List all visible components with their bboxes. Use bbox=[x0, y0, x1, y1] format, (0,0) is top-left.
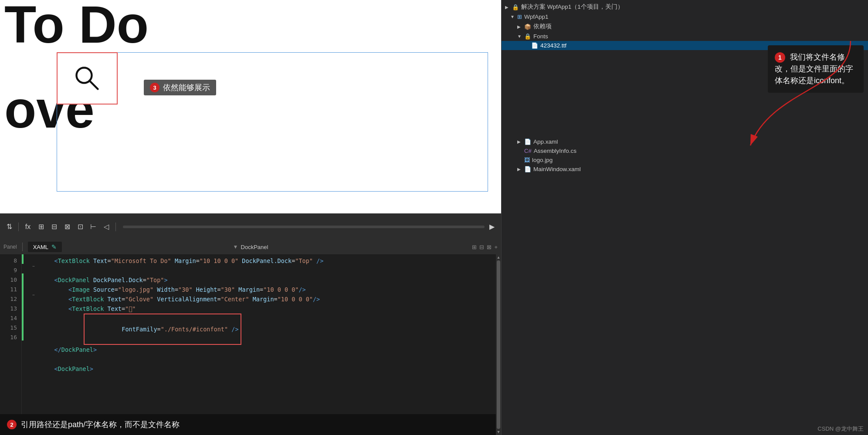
collapse-icon-1[interactable]: − bbox=[32, 264, 35, 269]
tree-item-solution[interactable]: ▶ 🔒 解决方案 WpfApp1（1个项目，关门） bbox=[502, 2, 868, 12]
toolbar-icon-5[interactable]: ⊢ bbox=[88, 221, 99, 233]
tree-item-deps[interactable]: ▶ 📦 依赖项 bbox=[502, 21, 868, 32]
scroll-thumb[interactable] bbox=[497, 260, 500, 429]
wpfapp1-label: WpfApp1 bbox=[524, 13, 549, 20]
ttf-label: 423432.ttf bbox=[540, 42, 566, 49]
toolbar-icon-function[interactable]: fx bbox=[22, 221, 34, 233]
icon-solution: 🔒 bbox=[512, 4, 519, 10]
svg-line-1 bbox=[89, 81, 98, 89]
panel-label: Panel bbox=[3, 244, 17, 250]
solution-tree: ▶ 🔒 解决方案 WpfApp1（1个项目，关门） ▼ ⊞ WpfApp1 ▶ … bbox=[502, 0, 868, 175]
dropdown-icon: ▼ bbox=[233, 244, 238, 250]
toolbar-separator-2 bbox=[115, 223, 116, 231]
bottom-toolbar: ⇅ fx ⊞ ⊟ ⊠ ⊡ ⊢ ◁ ▶ bbox=[0, 213, 501, 239]
add-icon[interactable]: + bbox=[494, 244, 498, 250]
line-num-10: 10 bbox=[0, 275, 17, 285]
tree-item-appxaml[interactable]: ▶ 📄 App.xaml bbox=[502, 137, 868, 146]
arrow-deps: ▶ bbox=[517, 24, 522, 29]
scroll-down-btn[interactable]: ▼ bbox=[496, 429, 501, 435]
gutter-green-2 bbox=[22, 273, 24, 321]
arrow-appxaml: ▶ bbox=[517, 139, 522, 144]
fonts-label: Fonts bbox=[533, 33, 548, 40]
annotation-area: 📄 423432.ttf 1 我们将文件名修改，但是文件里面的字体名称还是ic bbox=[502, 41, 868, 50]
tree-item-assemblyinfo[interactable]: C# AssemblyInfo.cs bbox=[502, 146, 868, 155]
gutter-green-1 bbox=[22, 254, 24, 264]
toolbar-icon-right-arr[interactable]: ▶ bbox=[486, 221, 498, 233]
line-num-16: 16 bbox=[0, 333, 17, 342]
dropdown-label: DockPanel bbox=[241, 244, 268, 250]
line-numbers: 8 9 10 11 12 13 14 15 16 bbox=[0, 254, 22, 435]
preview-text-todo: To Do bbox=[4, 0, 149, 53]
gutter-green-3 bbox=[22, 321, 24, 341]
tab-xaml[interactable]: XAML ✎ bbox=[28, 242, 62, 252]
code-line-9 bbox=[36, 266, 496, 275]
arrow-solution: ▶ bbox=[505, 5, 510, 10]
annotation2-text: 引用路径还是path/字体名称，而不是文件名称 bbox=[21, 419, 180, 430]
assemblyinfo-label: AssemblyInfo.cs bbox=[534, 148, 576, 154]
logo-label: logo.jpg bbox=[532, 157, 553, 163]
code-editor: 8 9 10 11 12 13 14 15 16 − − bbox=[0, 254, 501, 435]
horizontal-scrollbar[interactable] bbox=[123, 226, 485, 228]
toolbar-icon-arrows[interactable]: ⇅ bbox=[3, 221, 15, 233]
toolbar-icon-4[interactable]: ⊡ bbox=[75, 221, 86, 233]
code-line-14: FontFamily="./Fonts/#iconfont" /> bbox=[36, 314, 496, 345]
annotation-tooltip-3: 3 依然能够展示 bbox=[144, 80, 216, 95]
line-num-9: 9 bbox=[0, 266, 17, 275]
code-line-extra: <DockPanel> bbox=[36, 364, 496, 374]
tab-xaml-label: XAML bbox=[33, 244, 48, 250]
code-line-10: <DockPanel DockPanel.Dock="Top"> bbox=[36, 275, 496, 285]
tree-item-wpfapp1[interactable]: ▼ ⊞ WpfApp1 bbox=[502, 12, 868, 21]
view-icon-2[interactable]: ⊟ bbox=[479, 244, 484, 250]
tree-item-fonts[interactable]: ▼ 🔒 Fonts bbox=[502, 32, 868, 41]
code-header-sep bbox=[22, 243, 23, 251]
preview-area: To Do ove 3 依然能够展示 bbox=[0, 0, 501, 213]
tree-item-logo[interactable]: 🖼 logo.jpg bbox=[502, 155, 868, 165]
line-num-14: 14 bbox=[0, 314, 17, 323]
tab-edit-icon: ✎ bbox=[51, 243, 57, 250]
code-line-11: <Image Source="logo.jpg" Width="30" Heig… bbox=[36, 285, 496, 294]
view-icon-3[interactable]: ⊠ bbox=[487, 244, 492, 250]
tree-item-mainwindow[interactable]: ▶ 📄 MainWindow.xaml bbox=[502, 165, 868, 174]
code-line-16 bbox=[36, 354, 496, 364]
toolbar-icon-grid1[interactable]: ⊞ bbox=[35, 221, 47, 233]
collapse-icon-2[interactable]: − bbox=[32, 293, 35, 297]
line-num-13: 13 bbox=[0, 304, 17, 314]
icon-wpfapp1: ⊞ bbox=[517, 13, 522, 20]
tooltip-label: 依然能够展示 bbox=[163, 82, 210, 93]
icon-ttf: 📄 bbox=[531, 42, 538, 49]
badge-3: 3 bbox=[150, 83, 159, 92]
search-box bbox=[57, 52, 118, 105]
code-line-8: <TextBlock Text="Microsoft To Do" Margin… bbox=[36, 256, 496, 266]
code-line-15: </DockPanel> bbox=[36, 345, 496, 354]
arrow-fonts: ▼ bbox=[517, 34, 522, 39]
solution-label: 解决方案 WpfApp1（1个项目，关门） bbox=[521, 3, 624, 11]
toolbar-icon-3[interactable]: ⊠ bbox=[61, 221, 73, 233]
icon-mainwindow: 📄 bbox=[524, 166, 531, 172]
search-icon bbox=[72, 63, 102, 94]
line-num-12: 12 bbox=[0, 294, 17, 304]
code-editor-header: Panel XAML ✎ ⊞ ⊟ ⊠ + ▼ DockPanel bbox=[0, 239, 501, 254]
mainwindow-label: MainWindow.xaml bbox=[533, 166, 581, 172]
scroll-up-btn[interactable]: ▲ bbox=[496, 254, 501, 260]
appxaml-label: App.xaml bbox=[533, 138, 558, 145]
deps-label: 依赖项 bbox=[533, 23, 552, 30]
preview-blue-rect bbox=[57, 52, 488, 192]
line-num-8: 8 bbox=[0, 256, 17, 266]
vertical-scrollbar[interactable]: ▲ ▼ bbox=[496, 254, 501, 435]
csdn-watermark: CSDN @龙中舞王 bbox=[817, 425, 864, 433]
badge-2: 2 bbox=[7, 420, 17, 429]
icon-deps: 📦 bbox=[524, 24, 531, 30]
toolbar-icon-grid2[interactable]: ⊟ bbox=[48, 221, 60, 233]
icon-appxaml: 📄 bbox=[524, 138, 531, 145]
badge-1: 1 bbox=[775, 52, 785, 63]
toolbar-icon-6[interactable]: ◁ bbox=[101, 221, 112, 233]
dockpanel-dropdown[interactable]: ▼ DockPanel bbox=[233, 244, 268, 250]
view-icon-1[interactable]: ⊞ bbox=[472, 244, 477, 250]
toolbar-separator-1 bbox=[18, 223, 19, 231]
icon-fonts: 🔒 bbox=[524, 33, 531, 40]
gutter: − − bbox=[22, 254, 36, 435]
line-num-11: 11 bbox=[0, 285, 17, 294]
code-highlight-box: FontFamily="./Fonts/#iconfont" /> bbox=[84, 314, 241, 345]
scroll-track[interactable] bbox=[123, 226, 485, 228]
annotation-bar-2: 2 引用路径还是path/字体名称，而不是文件名称 bbox=[0, 414, 496, 435]
